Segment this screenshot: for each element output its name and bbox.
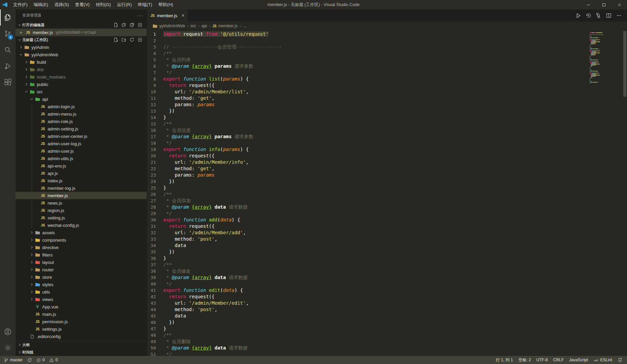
code-line[interactable]: 34data bbox=[147, 242, 588, 249]
code-editor[interactable]: 1import request from '@/utils/request'23… bbox=[147, 30, 627, 356]
tree-item-views[interactable]: views bbox=[16, 296, 147, 303]
code-line[interactable]: 17 * @param {array} params 请求参数 bbox=[147, 133, 588, 140]
save-all-icon[interactable] bbox=[129, 22, 135, 28]
outline-section-header[interactable]: 大纲 bbox=[16, 341, 147, 348]
new-folder-icon[interactable] bbox=[120, 36, 127, 43]
status-sync[interactable] bbox=[27, 358, 32, 362]
code-line[interactable]: 48/** bbox=[147, 332, 588, 338]
tree-item-index.js[interactable]: JSindex.js bbox=[16, 177, 147, 184]
code-line[interactable]: 46}) bbox=[147, 319, 588, 326]
workspace-header[interactable]: 无标题 (工作区) bbox=[16, 36, 147, 43]
toggle-layout-icon[interactable] bbox=[120, 22, 127, 28]
tree-item-wechat-config.js[interactable]: JSwechat-config.js bbox=[16, 221, 147, 229]
tree-item-store[interactable]: store bbox=[16, 273, 147, 281]
code-line[interactable]: 40 */ bbox=[147, 281, 588, 287]
maximize-button[interactable] bbox=[596, 0, 611, 9]
menu-s[interactable]: 选择(S) bbox=[51, 0, 72, 9]
status-行 1, 列 1[interactable]: 行 1, 列 1 bbox=[496, 357, 513, 363]
tree-item-assets[interactable]: assets bbox=[16, 229, 147, 236]
tree-item-news.js[interactable]: JSnews.js bbox=[16, 199, 147, 207]
code-line[interactable]: 50 * @param {array} data 请求数据 bbox=[147, 345, 588, 351]
tree-item-settings.js[interactable]: JSsettings.js bbox=[16, 325, 147, 333]
open-changes-icon[interactable] bbox=[596, 13, 601, 18]
activity-run-debug[interactable] bbox=[0, 58, 16, 74]
code-line[interactable]: 30export function add(data) { bbox=[147, 217, 588, 223]
breadcrumb-item-member.js[interactable]: JSmember.js bbox=[213, 24, 238, 28]
code-line[interactable]: 37/** bbox=[147, 262, 588, 268]
code-line[interactable]: 33method: 'post', bbox=[147, 236, 588, 242]
open-editors-header[interactable]: 打开的编辑器 bbox=[16, 21, 147, 29]
code-line[interactable]: 49 * 会员删除 bbox=[147, 338, 588, 345]
activity-extensions[interactable] bbox=[0, 74, 16, 90]
tree-item-member.js[interactable]: JSmember.js bbox=[16, 192, 147, 199]
breadcrumb-item-api[interactable]: api bbox=[201, 24, 207, 28]
activity-settings[interactable] bbox=[0, 340, 16, 356]
code-line[interactable]: 45data bbox=[147, 313, 588, 319]
tree-item-components[interactable]: components bbox=[16, 236, 147, 244]
tree-item-setting.js[interactable]: JSsetting.js bbox=[16, 214, 147, 221]
status-0[interactable]: 0 bbox=[49, 358, 58, 362]
activity-source-control[interactable]: 3 bbox=[0, 26, 16, 42]
close-all-icon[interactable] bbox=[137, 22, 143, 28]
code-line[interactable]: 1import request from '@/utils/request' bbox=[147, 31, 588, 37]
tree-item-filters[interactable]: filters bbox=[16, 251, 147, 259]
menu-r[interactable]: 运行(R) bbox=[114, 0, 135, 9]
tree-item-api[interactable]: api bbox=[16, 95, 147, 103]
code-line[interactable]: 13}) bbox=[147, 108, 588, 114]
menu-v[interactable]: 查看(V) bbox=[72, 0, 92, 9]
tree-item-layout[interactable]: layout bbox=[16, 259, 147, 266]
breadcrumb-item-...[interactable]: ... bbox=[243, 24, 246, 28]
code-line[interactable]: 26/** bbox=[147, 191, 588, 198]
code-line[interactable]: 35}) bbox=[147, 249, 588, 255]
menu-f[interactable]: 文件(F) bbox=[10, 0, 31, 9]
code-line[interactable]: 27 * 会员添加 bbox=[147, 198, 588, 204]
code-line[interactable]: 39 * @param {array} data 请求数据 bbox=[147, 274, 588, 281]
tree-item-yylAdminWeb[interactable]: yylAdminWeb bbox=[16, 51, 147, 58]
close-tab-icon[interactable]: × bbox=[182, 13, 184, 18]
tree-item-public[interactable]: public bbox=[16, 81, 147, 88]
menu-e[interactable]: 编辑(E) bbox=[31, 0, 51, 9]
tree-item-App.vue[interactable]: VApp.vue bbox=[16, 303, 147, 310]
code-line[interactable]: 3// ----------------会员管理---------------- bbox=[147, 44, 588, 50]
refresh-icon[interactable] bbox=[129, 36, 135, 43]
split-editor-icon[interactable] bbox=[606, 13, 611, 18]
code-line[interactable]: 11method: 'get', bbox=[147, 95, 588, 101]
code-line[interactable]: 19export function info(params) { bbox=[147, 146, 588, 153]
tree-item-utils[interactable]: utils bbox=[16, 288, 147, 296]
more-actions-icon[interactable] bbox=[616, 13, 622, 18]
tree-item-directive[interactable]: directive bbox=[16, 244, 147, 251]
status-空格: 2[interactable]: 空格: 2 bbox=[518, 357, 531, 363]
tree-item-src[interactable]: src bbox=[16, 88, 147, 95]
close-button[interactable] bbox=[611, 0, 627, 9]
code-line[interactable]: 36} bbox=[147, 255, 588, 262]
tree-item-styles[interactable]: styles bbox=[16, 281, 147, 288]
tree-item-member-log.js[interactable]: JSmember-log.js bbox=[16, 184, 147, 192]
tree-item-admin-setting.js[interactable]: JSadmin-setting.js bbox=[16, 125, 147, 132]
code-line[interactable]: 21url: '/admin/Member/info', bbox=[147, 159, 588, 165]
code-line[interactable]: 32url: '/admin/Member/add', bbox=[147, 230, 588, 236]
tree-item-yylAdmin[interactable]: yylAdmin bbox=[16, 43, 147, 51]
status-ESLint[interactable]: ESLint bbox=[594, 358, 612, 362]
code-line[interactable]: 43url: '/admin/Member/edit', bbox=[147, 300, 588, 306]
code-line[interactable]: 6 * @param {array} params 请求参数 bbox=[147, 63, 588, 69]
menu-h[interactable]: 帮助(H) bbox=[155, 0, 176, 9]
status-CRLF[interactable]: CRLF bbox=[553, 358, 564, 362]
code-line[interactable]: 42return request({ bbox=[147, 294, 588, 300]
status-0[interactable]: 0 bbox=[36, 358, 45, 362]
tree-item-admin-login.js[interactable]: JSadmin-login.js bbox=[16, 103, 147, 110]
activity-account[interactable] bbox=[0, 324, 16, 340]
status-master[interactable]: master bbox=[4, 358, 23, 362]
tree-item-admin-user.js[interactable]: JSadmin-user.js bbox=[16, 147, 147, 155]
tab-member-js[interactable]: JS member.js × bbox=[147, 9, 188, 22]
breadcrumb-item-src[interactable]: src bbox=[190, 24, 196, 28]
tree-item-admin-user-log.js[interactable]: JSadmin-user-log.js bbox=[16, 140, 147, 147]
tree-item-admin-role.js[interactable]: JSadmin-role.js bbox=[16, 118, 147, 125]
code-line[interactable]: 12params: params bbox=[147, 101, 588, 108]
code-line[interactable]: 25} bbox=[147, 185, 588, 191]
tree-item-admin-menu.js[interactable]: JSadmin-menu.js bbox=[16, 110, 147, 118]
tree-item-dist[interactable]: dist bbox=[16, 66, 147, 73]
code-line[interactable]: 14} bbox=[147, 114, 588, 121]
code-line[interactable]: 16 * 会员信息 bbox=[147, 127, 588, 133]
tree-item-router[interactable]: router bbox=[16, 266, 147, 273]
tree-item-build[interactable]: build bbox=[16, 58, 147, 66]
